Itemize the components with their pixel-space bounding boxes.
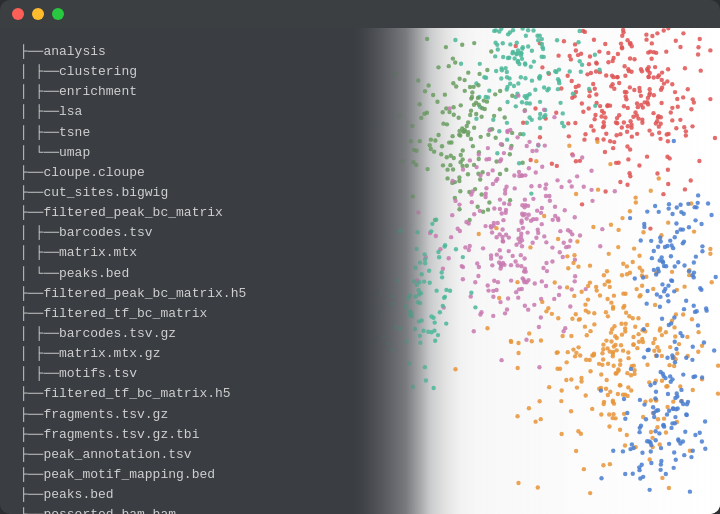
tree-filename: barcodes.tsv.gz	[59, 324, 176, 344]
tree-filename: filtered_peak_bc_matrix.h5	[43, 284, 246, 304]
file-tree-item: ├── fragments.tsv.gz.tbi	[20, 425, 330, 445]
tree-prefix: ├──	[20, 42, 43, 62]
tree-prefix: │ ├──	[20, 243, 59, 263]
tree-filename: cut_sites.bigwig	[43, 183, 168, 203]
file-tree-item: ├── peaks.bed	[20, 485, 330, 505]
tree-filename: fragments.tsv.gz	[43, 405, 168, 425]
tree-filename: peak_annotation.tsv	[43, 445, 191, 465]
tree-filename: analysis	[43, 42, 105, 62]
tree-filename: barcodes.tsv	[59, 223, 153, 243]
tree-prefix: │ ├──	[20, 324, 59, 344]
file-tree: ├── analysis│ ├── clustering│ ├── enrich…	[20, 42, 330, 514]
minimize-button[interactable]	[32, 8, 44, 20]
file-tree-item: │ ├── barcodes.tsv.gz	[20, 324, 330, 344]
tree-prefix: │ ├──	[20, 364, 59, 384]
tree-prefix: ├──	[20, 465, 43, 485]
file-tree-item: ├── possorted_bam.bam	[20, 505, 330, 514]
tree-filename: peaks.bed	[43, 485, 113, 505]
tree-filename: fragments.tsv.gz.tbi	[43, 425, 199, 445]
file-tree-item: │ ├── clustering	[20, 62, 330, 82]
tree-filename: clustering	[59, 62, 137, 82]
tree-filename: cloupe.cloupe	[43, 163, 144, 183]
tree-filename: filtered_tf_bc_matrix.h5	[43, 384, 230, 404]
file-tree-item: ├── analysis	[20, 42, 330, 62]
tree-filename: possorted_bam.bam	[43, 505, 176, 514]
tree-filename: umap	[59, 143, 90, 163]
tree-filename: filtered_tf_bc_matrix	[43, 304, 207, 324]
tree-filename: peaks.bed	[59, 264, 129, 284]
file-tree-item: ├── cut_sites.bigwig	[20, 183, 330, 203]
tree-prefix: ├──	[20, 203, 43, 223]
file-tree-item: │ ├── matrix.mtx.gz	[20, 344, 330, 364]
file-tree-item: │ ├── enrichment	[20, 82, 330, 102]
maximize-button[interactable]	[52, 8, 64, 20]
tree-prefix: ├──	[20, 445, 43, 465]
tree-filename: motifs.tsv	[59, 364, 137, 384]
tree-prefix: │ ├──	[20, 62, 59, 82]
tree-filename: matrix.mtx.gz	[59, 344, 160, 364]
tree-filename: lsa	[59, 102, 82, 122]
tree-prefix: ├──	[20, 505, 43, 514]
file-tree-item: │ ├── matrix.mtx	[20, 243, 330, 263]
tree-filename: peak_motif_mapping.bed	[43, 465, 215, 485]
file-tree-item: │ └── peaks.bed	[20, 264, 330, 284]
close-button[interactable]	[12, 8, 24, 20]
main-area: ├── analysis│ ├── clustering│ ├── enrich…	[0, 28, 720, 514]
file-tree-item: ├── peak_motif_mapping.bed	[20, 465, 330, 485]
file-tree-item: │ ├── tsne	[20, 123, 330, 143]
terminal: ├── analysis│ ├── clustering│ ├── enrich…	[0, 28, 350, 514]
tree-prefix: ├──	[20, 485, 43, 505]
file-tree-item: ├── filtered_tf_bc_matrix	[20, 304, 330, 324]
tree-filename: enrichment	[59, 82, 137, 102]
file-tree-item: │ ├── barcodes.tsv	[20, 223, 330, 243]
file-tree-item: │ └── umap	[20, 143, 330, 163]
tree-prefix: │ ├──	[20, 82, 59, 102]
tree-prefix: ├──	[20, 304, 43, 324]
tree-prefix: ├──	[20, 405, 43, 425]
tree-prefix: │ ├──	[20, 123, 59, 143]
tree-filename: matrix.mtx	[59, 243, 137, 263]
titlebar	[0, 0, 720, 28]
tree-prefix: │ └──	[20, 143, 59, 163]
file-tree-item: ├── peak_annotation.tsv	[20, 445, 330, 465]
window: ├── analysis│ ├── clustering│ ├── enrich…	[0, 0, 720, 514]
file-tree-item: │ ├── motifs.tsv	[20, 364, 330, 384]
file-tree-item: ├── filtered_peak_bc_matrix.h5	[20, 284, 330, 304]
scatter-plot	[350, 28, 720, 514]
file-tree-item: │ ├── lsa	[20, 102, 330, 122]
tree-prefix: │ ├──	[20, 223, 59, 243]
scatter-canvas	[350, 28, 720, 514]
tree-prefix: ├──	[20, 425, 43, 445]
tree-filename: filtered_peak_bc_matrix	[43, 203, 222, 223]
tree-prefix: ├──	[20, 183, 43, 203]
tree-prefix: ├──	[20, 284, 43, 304]
tree-prefix: ├──	[20, 163, 43, 183]
file-tree-item: ├── cloupe.cloupe	[20, 163, 330, 183]
tree-filename: tsne	[59, 123, 90, 143]
tree-prefix: │ ├──	[20, 344, 59, 364]
file-tree-item: ├── filtered_peak_bc_matrix	[20, 203, 330, 223]
tree-prefix: ├──	[20, 384, 43, 404]
tree-prefix: │ └──	[20, 264, 59, 284]
file-tree-item: ├── fragments.tsv.gz	[20, 405, 330, 425]
tree-prefix: │ ├──	[20, 102, 59, 122]
file-tree-item: ├── filtered_tf_bc_matrix.h5	[20, 384, 330, 404]
